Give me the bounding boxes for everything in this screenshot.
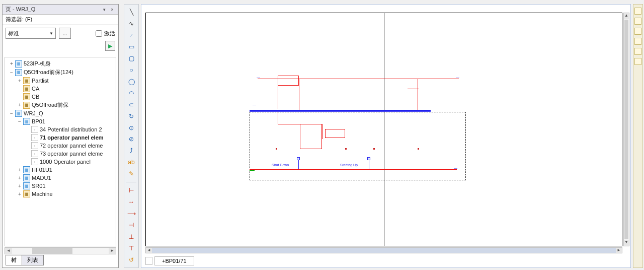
scroll-left-icon[interactable]: ◄ [146, 248, 152, 253]
page-icon: ▫ [31, 134, 38, 141]
expand-icon[interactable]: + [16, 183, 23, 189]
page-tree[interactable]: +▦523IP-机身−▦Q5Offroad前保(124)+▦Partlist▦C… [5, 57, 116, 246]
expand-icon[interactable]: + [16, 102, 23, 108]
panel-title: 页 - WRJ_Q [6, 6, 35, 13]
wire-red [278, 79, 278, 109]
scroll-thumb[interactable] [624, 20, 628, 239]
folder-icon: ▦ [23, 85, 30, 92]
tool-button[interactable]: ↺ [126, 255, 137, 264]
tool-glyph-icon: ⟋ [128, 32, 134, 39]
scroll-down-icon[interactable]: ▼ [624, 240, 629, 246]
tool-button[interactable]: ◠ [126, 89, 137, 98]
tool-button[interactable]: ▢ [126, 54, 137, 63]
tool-glyph-icon: ↔ [128, 198, 134, 206]
expand-icon[interactable]: + [8, 61, 15, 66]
tree-node[interactable]: −▦BP01 [5, 117, 116, 125]
right-rail-button[interactable] [634, 38, 641, 45]
wire-blue [298, 160, 299, 169]
collapse-icon[interactable]: − [16, 119, 23, 124]
tab-tree[interactable]: 树 [6, 255, 22, 265]
tree-node[interactable]: +▦Q5Offroad前保 [5, 101, 116, 109]
right-rail-button[interactable] [634, 28, 641, 35]
panel-titlebar[interactable]: 页 - WRJ_Q ▾ × [3, 5, 118, 15]
scroll-thumb[interactable] [32, 248, 72, 254]
tree-node-label: WRJ_Q [24, 110, 43, 116]
tool-glyph-icon: ⟶ [127, 210, 136, 217]
tree-node[interactable]: +▦MADU1 [5, 174, 116, 182]
tree-node[interactable]: −▦WRJ_Q [5, 109, 116, 117]
tool-button[interactable]: ⊤ [126, 244, 137, 253]
tree-node[interactable]: −▦Q5Offroad前保(124) [5, 68, 116, 77]
tool-button[interactable]: ⤴ [126, 146, 137, 155]
collapse-icon[interactable]: − [8, 70, 15, 75]
filter-browse-button[interactable]: ... [59, 28, 71, 39]
schematic-canvas[interactable]: — — — — Shut Down Starting Up [145, 13, 622, 246]
tree-node[interactable]: ▫1000 Operator panel [5, 158, 116, 166]
tree-node-label: Partlist [32, 78, 49, 84]
tool-button[interactable]: ▭ [126, 42, 137, 51]
net-label: — [257, 76, 260, 79]
tool-button[interactable]: ⊙ [126, 123, 137, 132]
tool-button[interactable]: ⊥ [126, 232, 137, 241]
tree-node[interactable]: +▦SR01 [5, 182, 116, 190]
scroll-right-icon[interactable]: ► [616, 248, 622, 253]
right-rail-button[interactable] [634, 8, 641, 15]
right-rail-button[interactable] [634, 58, 641, 65]
filter-select[interactable]: 标准 ▼ [6, 28, 56, 39]
tool-button[interactable]: ⟋ [126, 31, 137, 40]
tree-node[interactable]: +▦Partlist [5, 77, 116, 85]
tree-node-label: BP01 [32, 118, 45, 124]
scroll-right-icon[interactable]: ► [109, 248, 116, 254]
canvas-page-tab[interactable]: +BP01/71 [145, 256, 194, 265]
activate-checkbox-input[interactable] [96, 30, 102, 37]
scroll-thumb[interactable] [152, 248, 616, 253]
tree-node-label: 73 operator pannel eleme [40, 151, 103, 157]
right-rail-button[interactable] [634, 18, 641, 25]
tool-button[interactable]: ∿ [126, 19, 137, 28]
tree-node[interactable]: ▫72 operator pannel eleme [5, 142, 116, 150]
page-tab-label: +BP01/71 [154, 256, 194, 265]
expand-icon[interactable]: + [16, 175, 23, 181]
tab-list[interactable]: 列表 [22, 255, 44, 265]
tree-node-label: Q5Offroad前保(124) [24, 69, 73, 76]
tool-button[interactable]: ↔ [126, 197, 137, 207]
pin-icon[interactable]: ▾ [101, 7, 107, 13]
tool-button[interactable]: ab [126, 158, 137, 167]
activate-checkbox[interactable]: 激活 [96, 30, 115, 37]
tool-button[interactable]: ⊘ [126, 134, 137, 144]
tool-button[interactable]: ╲ [126, 8, 137, 17]
tool-button[interactable]: ⊂ [126, 100, 137, 109]
wire-red [250, 169, 457, 170]
canvas-vscrollbar[interactable]: ▲ ▼ [623, 13, 629, 246]
tool-button[interactable]: ↻ [126, 112, 137, 121]
collapse-icon[interactable]: − [8, 111, 15, 116]
expand-icon[interactable]: + [16, 191, 23, 197]
right-rail-button[interactable] [634, 48, 641, 55]
expand-icon[interactable]: + [16, 78, 23, 84]
tree-node[interactable]: ▫73 operator pannel eleme [5, 150, 116, 158]
expand-icon[interactable]: + [16, 167, 23, 173]
tool-button[interactable]: ✎ [126, 169, 137, 178]
tool-glyph-icon: ab [128, 159, 134, 166]
tree-node-label: SR01 [32, 183, 46, 189]
scroll-left-icon[interactable]: ◄ [5, 248, 12, 254]
scroll-up-icon[interactable]: ▲ [624, 13, 629, 19]
tree-node[interactable]: +▦523IP-机身 [5, 59, 116, 68]
tool-button[interactable]: ◯ [126, 77, 137, 86]
folder-icon: ▦ [23, 166, 30, 173]
tree-node[interactable]: ▦CA [5, 85, 116, 93]
canvas-hscrollbar[interactable]: ◄ ► [145, 247, 622, 253]
tree-node[interactable]: +▦Machine [5, 190, 116, 198]
tree-node[interactable]: ▦CB [5, 93, 116, 101]
tool-glyph-icon: ↺ [129, 256, 134, 263]
tool-button[interactable]: ⊣ [126, 221, 137, 230]
tree-node[interactable]: +▦HF01U1 [5, 166, 116, 174]
tree-node[interactable]: ▫34 Potential distribution 2 [5, 125, 116, 133]
tool-button[interactable]: ⟶ [126, 209, 137, 218]
tool-button[interactable]: ⊢ [126, 186, 137, 195]
tool-button[interactable]: ○ [126, 65, 137, 75]
tree-node[interactable]: ▫71 operator pannel elem [5, 133, 116, 142]
close-icon[interactable]: × [109, 7, 115, 13]
run-filter-button[interactable]: ▶ [105, 41, 115, 51]
tree-hscrollbar[interactable]: ◄ ► [5, 247, 116, 254]
